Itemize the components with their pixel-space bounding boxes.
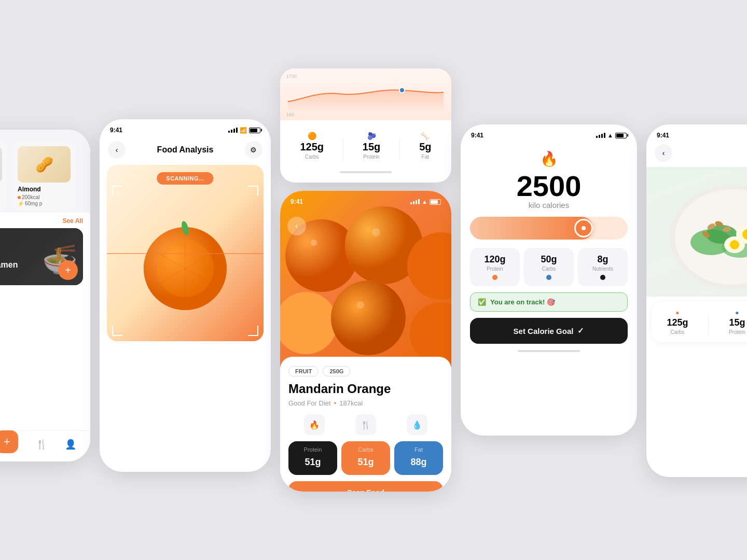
fork-icon: 🍴 (36, 439, 47, 450)
scan-area: SCANNING... (107, 165, 264, 341)
nav-profile[interactable]: 👤 (65, 439, 76, 450)
slider-thumb[interactable] (574, 219, 593, 237)
scan-corner-tr (248, 186, 258, 196)
svg-point-29 (730, 240, 739, 249)
macro-card-protein: Protein 51g (288, 441, 337, 475)
battery-phone2 (249, 128, 260, 133)
macro-card-fat: Fat 88g (394, 441, 443, 475)
time-phone2: 9:41 (110, 127, 122, 134)
wifi-calorie: ▲ (607, 132, 613, 138)
salad-image (646, 167, 747, 297)
salad-svg (659, 175, 747, 289)
macro-card-carbs: Carbs 51g (341, 441, 390, 475)
macro-grid: 120g Protein 50g Carbs 8g Nutrients (470, 248, 628, 286)
macro-icon-carbs: 🍴 (355, 414, 376, 436)
status-bar-phone2: 9:41 📶 (100, 119, 271, 137)
mandarin-sub: Good For Diet • 187kcal (288, 399, 443, 407)
nutrient-summary-row: 🟠 125g Carbs 🫐 15g Protein 🦴 5g Fat (293, 132, 439, 160)
calorie-slider[interactable] (470, 217, 628, 240)
macro-icon-fat: 💧 (407, 414, 427, 436)
person-icon: 👤 (65, 439, 76, 450)
signal-bar-4 (236, 128, 238, 133)
signal-calorie (596, 133, 605, 138)
ai-suggestion-header: AI Suggestion See All (0, 213, 90, 228)
food-card-pasta[interactable]: 🍝 Brocolli & Pasta 181kcal ⚡ 52mg protei… (0, 141, 7, 212)
battery-calorie (615, 133, 627, 138)
signal-bar-3 (233, 129, 235, 133)
macro-cell-protein: 120g Protein (470, 248, 520, 286)
status-icons-phone2: 📶 (228, 127, 260, 134)
svg-point-18 (372, 228, 380, 236)
calorie-number: 2500 (470, 172, 628, 201)
divider-2 (399, 139, 400, 160)
set-calorie-goal-button[interactable]: Set Calorie Goal ✓ (470, 318, 628, 344)
battery-mandarin (430, 199, 441, 205)
signal-mandarin (410, 199, 420, 204)
status-bar-salad: 9:41 ▲ (646, 124, 747, 142)
scan-more-button[interactable]: Scan Food (288, 481, 443, 492)
orange-svg (133, 212, 237, 315)
phone-chart-top: 1700 160 🟠 125g (280, 68, 451, 183)
chart-bottom-label: 160 (286, 112, 445, 117)
svg-point-7 (399, 88, 405, 93)
macro-cards-row: Protein 51g Carbs 51g Fat 88g (288, 441, 443, 475)
mandarin-detail-card: FRUIT 250G Mandarin Orange Good For Diet… (280, 357, 451, 492)
scanning-badge: SCANNING... (157, 172, 213, 185)
suggestion-card-ramen[interactable]: 🍜 PROTEIN-RICH Tokyo Style Ramen 251kcal… (0, 228, 83, 285)
signal-bars-phone2 (228, 128, 238, 133)
svg-point-20 (582, 226, 586, 230)
detail-tags: FRUIT 250G (288, 366, 443, 376)
scan-corner-tl (112, 186, 122, 196)
chart-labels: 1700 (286, 74, 445, 79)
back-button-salad[interactable]: ‹ (655, 144, 672, 162)
back-button-mandarin[interactable]: ‹ (287, 217, 306, 235)
nav-add-button[interactable]: + (0, 430, 18, 453)
calorie-unit: kilo calories (470, 201, 628, 209)
macro-cell-nutrients: 8g Nutrients (578, 248, 628, 286)
calorie-screen: 🔥 2500 kilo calories 120g Protein 50g Ca… (461, 142, 637, 357)
macro-cell-carbs: 50g Carbs (524, 248, 574, 286)
mandarin-photo-area: 9:41 ▲ ‹ (280, 191, 451, 367)
center-phones-group: 1700 160 🟠 125g (280, 68, 451, 492)
chart-svg (286, 81, 445, 112)
status-icons-mandarin: ▲ (410, 199, 441, 205)
back-button-phone2[interactable]: ‹ (108, 141, 126, 159)
signal-bar-1 (228, 131, 230, 133)
food-analysis-title: Food Analysis (157, 145, 214, 155)
on-track-banner: ✅ You are on track! 🎯 (470, 292, 628, 312)
svg-point-19 (357, 301, 364, 309)
status-bar-mandarin: 9:41 ▲ (280, 191, 451, 205)
dot-nutrients (600, 275, 605, 280)
dot-carbs (546, 275, 551, 280)
home-indicator-top (340, 171, 392, 173)
nutrient-protein: 🫐 15g Protein (363, 132, 380, 160)
macro-icons-row: 🔥 🍴 💧 (288, 414, 443, 436)
macro-icon-protein: 🔥 (304, 414, 325, 436)
time-calorie: 9:41 (471, 132, 483, 139)
phone-calorie-goal: 9:41 ▲ 🔥 2500 kilo calories (461, 124, 637, 436)
mandarin-name: Mandarin Orange (288, 382, 443, 396)
scan-corner-bl (112, 326, 122, 336)
salad-protein: ● 15g Protein (729, 309, 745, 335)
slider-thumb-icon (580, 225, 587, 231)
svg-point-17 (311, 240, 317, 246)
bottom-navigation: ⌂ 🔍 + 🍴 👤 (0, 430, 90, 461)
scan-line (107, 253, 264, 254)
food-card-almond[interactable]: 🥜 Almond 200kcal ⚡ 60mg p (12, 141, 76, 212)
svg-point-16 (410, 302, 451, 365)
home-indicator-calorie (518, 350, 580, 352)
settings-button[interactable]: ⚙ (245, 141, 262, 159)
status-bar-calorie: 9:41 ▲ (461, 124, 637, 142)
nutrient-summary-salad: ● 125g Carbs ● 15g Protein ● 5g Fat (652, 302, 747, 342)
salad-carbs: ● 125g Carbs (667, 309, 688, 335)
food-analysis-header: ‹ Food Analysis ⚙ (100, 137, 271, 165)
flame-icon: 🔥 (470, 150, 628, 167)
time-salad: 9:41 (657, 132, 669, 139)
signal-bar-2 (231, 130, 232, 133)
oranges-svg (280, 191, 451, 367)
svg-point-13 (280, 292, 337, 354)
salad-divider-1 (708, 314, 709, 335)
nav-meals[interactable]: 🍴 (36, 439, 47, 450)
scan-corner-br (248, 326, 258, 336)
add-ramen-button[interactable]: + (58, 260, 78, 280)
